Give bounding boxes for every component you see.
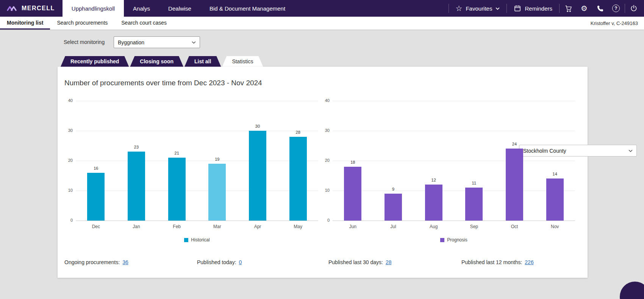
content-tabs: Recently published Closing soon List all… — [61, 56, 264, 67]
stat-ongoing-procurements: Ongoing procurements:36 — [64, 259, 128, 265]
y-axis-tick-label: 40 — [61, 98, 73, 103]
subnav-item-monitoring-list[interactable]: Monitoring list — [0, 17, 50, 30]
reminders-button[interactable]: Reminders — [508, 0, 558, 17]
stat-published-last-30-days: Published last 30 days:28 — [328, 259, 392, 265]
subnav-item-search-court-cases[interactable]: Search court cases — [114, 17, 174, 30]
mercell-logo[interactable]: MERCELL — [0, 0, 63, 17]
bar-may — [289, 137, 307, 221]
bar-value-label: 14 — [535, 172, 575, 176]
x-axis-tick-label: Feb — [156, 224, 197, 229]
bar-value-label: 30 — [238, 124, 278, 128]
user-account-label[interactable]: Kristoffer v, C-249163 — [591, 17, 638, 30]
bar-sep — [465, 188, 483, 221]
gridline — [333, 191, 575, 191]
stat-value-link[interactable]: 36 — [122, 259, 128, 265]
bar-value-label: 24 — [494, 142, 535, 146]
gridline — [76, 221, 318, 221]
y-axis-tick-label: 10 — [318, 188, 330, 193]
logout-button[interactable] — [626, 0, 642, 17]
y-axis-tick-label: 30 — [318, 128, 330, 133]
tab-list-all[interactable]: List all — [184, 56, 221, 67]
bar-mar — [208, 164, 226, 221]
y-axis-tick-label: 40 — [318, 98, 330, 103]
star-icon: ☆ — [456, 5, 463, 12]
cart-button[interactable] — [560, 0, 576, 17]
historical-bar-chart: 01020304016Dec23Jan21Feb19Mar30Apr28MayH… — [59, 97, 320, 252]
favourites-label: Favourites — [466, 5, 492, 12]
favourites-button[interactable]: ☆ Favourites — [450, 0, 506, 17]
gridline — [76, 101, 318, 101]
gridline — [333, 131, 575, 131]
settings-button[interactable]: ⚙ — [576, 0, 592, 17]
stat-value-link[interactable]: 0 — [239, 259, 242, 265]
y-axis-tick-label: 0 — [318, 218, 330, 222]
y-axis-tick-label: 20 — [318, 158, 330, 163]
x-axis-tick-label: Jun — [333, 224, 373, 229]
chart-section-title: Number of procurements over time from De… — [64, 79, 262, 87]
x-axis-tick-label: Sep — [454, 224, 494, 229]
x-axis-tick-label: Jul — [373, 224, 414, 229]
bar-jul — [385, 194, 402, 221]
y-axis-tick-label: 20 — [61, 158, 73, 163]
phone-icon — [597, 5, 604, 12]
statistics-panel: Number of procurements over time from De… — [58, 67, 588, 278]
tab-closing-soon[interactable]: Closing soon — [130, 56, 183, 67]
bar-dec — [87, 173, 105, 221]
monitoring-select[interactable]: Byggnation — [114, 36, 200, 48]
stat-published-last-12-months: Published last 12 months:226 — [461, 259, 534, 265]
subnav-item-search-procurements[interactable]: Search procurements — [50, 17, 114, 30]
chevron-down-icon — [628, 149, 633, 152]
separator — [506, 4, 507, 13]
bar-value-label: 12 — [413, 178, 454, 182]
bar-nov — [546, 178, 564, 221]
chevron-down-icon — [496, 7, 500, 10]
bar-value-label: 16 — [76, 166, 116, 171]
x-axis-tick-label: May — [278, 224, 318, 229]
stat-label: Published last 30 days: — [328, 259, 383, 265]
bar-value-label: 21 — [156, 151, 197, 155]
x-axis-tick-label: Oct — [494, 224, 535, 229]
topnav-tab-analys[interactable]: Analys — [124, 0, 159, 17]
bar-apr — [249, 131, 266, 221]
stat-value-link[interactable]: 28 — [386, 259, 392, 265]
help-button[interactable]: ? — [608, 0, 624, 17]
separator — [625, 4, 625, 13]
cart-icon — [564, 5, 572, 13]
stat-label: Ongoing procurements: — [64, 259, 120, 265]
bar-feb — [168, 158, 186, 221]
x-axis-tick-label: Mar — [197, 224, 238, 229]
bar-value-label: 23 — [116, 145, 157, 149]
bar-value-label: 9 — [373, 187, 414, 191]
tab-statistics[interactable]: Statistics — [222, 56, 263, 67]
topnav-tab-dealwise[interactable]: Dealwise — [159, 0, 200, 17]
chat-widget-button[interactable] — [620, 282, 644, 299]
select-monitoring-label: Select monitoring — [64, 36, 105, 48]
chart-legend: Historical — [76, 237, 318, 243]
x-axis-tick-label: Aug — [413, 224, 454, 229]
top-navigation-bar: MERCELL Upphandlingskoll Analys Dealwise… — [0, 0, 644, 17]
stat-published-today: Published today:0 — [197, 259, 242, 265]
legend-swatch — [440, 238, 444, 242]
legend-label: Prognosis — [447, 237, 467, 243]
chart-legend: Prognosis — [333, 237, 575, 243]
topnav-tab-upphandlingskoll[interactable]: Upphandlingskoll — [63, 0, 124, 17]
x-axis-tick-label: Dec — [76, 224, 116, 229]
secondary-navigation: Monitoring list Search procurements Sear… — [0, 17, 644, 30]
stat-value-link[interactable]: 226 — [525, 259, 533, 265]
stat-label: Published today: — [197, 259, 236, 265]
legend-label: Historical — [191, 237, 209, 243]
y-axis-tick-label: 30 — [61, 128, 73, 133]
separator — [449, 4, 449, 13]
bar-value-label: 11 — [454, 181, 494, 185]
bar-value-label: 18 — [333, 160, 373, 164]
tab-recently-published[interactable]: Recently published — [61, 56, 129, 67]
reminders-label: Reminders — [525, 5, 552, 12]
monitoring-select-value: Byggnation — [118, 39, 144, 45]
phone-button[interactable] — [592, 0, 608, 17]
stat-label: Published last 12 months: — [461, 259, 522, 265]
topnav-tab-bid-document-management[interactable]: Bid & Document Management — [200, 0, 294, 17]
topbar-spacer — [294, 0, 447, 17]
chevron-down-icon — [192, 41, 196, 44]
x-axis-tick-label: Nov — [535, 224, 575, 229]
gridline — [76, 191, 318, 191]
